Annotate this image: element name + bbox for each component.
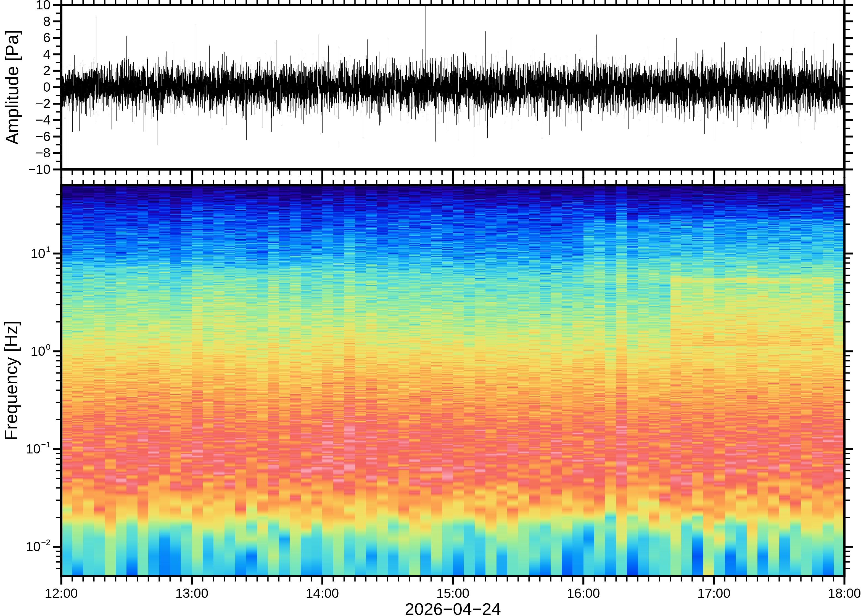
freq-ytick-exp: −1 <box>41 440 50 449</box>
frequency-axis-label: Frequency [Hz] <box>2 256 21 505</box>
xtick-1800: 18:00 <box>811 586 861 601</box>
freq-ytick-base: 10 <box>31 344 45 358</box>
freq-ytick-exp: 1 <box>46 245 50 254</box>
plot-canvas <box>0 0 861 616</box>
freq-ytick-base: 10 <box>26 539 40 554</box>
freq-ytick-10e-2: 10−2 <box>0 539 50 557</box>
amplitude-axis-label: Amplitude [Pa] <box>3 0 22 211</box>
figure: 10 8 6 4 2 0 −2 −4 −6 −8 −10 Amplitude [… <box>0 0 861 616</box>
xtick-1400: 14:00 <box>289 586 356 601</box>
xtick-1200: 12:00 <box>28 586 94 601</box>
date-label: 2026−04−24 <box>370 599 536 616</box>
freq-ytick-base: 10 <box>31 246 45 261</box>
freq-ytick-base: 10 <box>26 442 40 456</box>
freq-ytick-exp: 0 <box>46 342 50 351</box>
freq-ytick-exp: −2 <box>41 537 50 547</box>
xtick-1600: 16:00 <box>550 586 617 601</box>
xtick-1500: 15:00 <box>420 586 486 601</box>
xtick-1300: 13:00 <box>159 586 225 601</box>
xtick-1700: 17:00 <box>681 586 747 601</box>
